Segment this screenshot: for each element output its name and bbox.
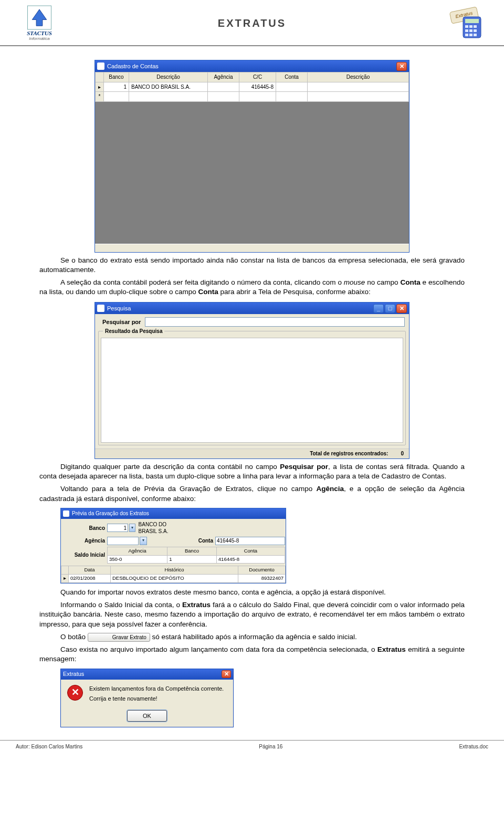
error-dialog: Extratus ✕ ✕ Existem lançamentos fora da… [60,669,234,728]
col-agencia: Agência [108,547,167,555]
cell-conta[interactable] [276,82,308,92]
window-previa: Prévia da Gravação dos Extratos Banco ▾ … [60,508,286,583]
row-indicator: ▸ [61,575,69,583]
svg-rect-13 [474,34,477,36]
agencia-select[interactable]: ▾ [107,537,186,545]
conta-label: Conta [188,537,213,545]
total-value: 0 [401,450,404,457]
paragraph: Digitando qualquer parte da descrição da… [39,462,465,481]
calculator-badge-icon: Extratus [441,6,488,40]
conta-input[interactable] [215,537,285,545]
window-titlebar[interactable]: Prévia da Gravação dos Extratos [61,508,286,519]
col-conta: Conta [216,547,285,555]
footer-author: Autor: Edison Carlos Martins [16,744,82,749]
svg-rect-4 [465,19,479,23]
dropdown-icon[interactable]: ▾ [129,524,135,532]
page-footer: Autor: Edison Carlos Martins Página 16 E… [0,740,504,760]
cell-data: 02/01/2008 [69,575,111,583]
cell-historico: DESBLOQUEIO DE DEPÓSITO [111,575,238,583]
grid-empty-area [95,102,409,244]
logo-subtext: Informática [29,36,50,41]
arrow-up-icon [27,5,52,30]
banco-desc: BANCO DO BRASIL S.A. [139,521,186,535]
banco-num-input[interactable] [107,524,128,532]
result-list[interactable] [101,338,403,443]
svg-rect-9 [469,29,472,32]
window-titlebar[interactable]: Pesquisa _ □ ✕ [95,303,409,314]
error-icon: ✕ [67,685,83,701]
cell-documento: 89322407 [238,575,286,583]
window-cadastro-contas: Cadastro de Contas ✕ Banco Descrição Agê… [94,60,410,253]
cell-banco[interactable]: 1 [104,82,129,92]
cell-conta: 416445-8 [216,555,285,564]
close-button[interactable]: ✕ [396,304,407,313]
dialog-message: Existem lançamentos fora da Competência … [89,685,224,703]
minimize-button[interactable]: _ [373,304,384,313]
app-icon [97,305,104,312]
agencia-label: Agência [64,537,105,545]
window-pesquisa: Pesquisa _ □ ✕ Pesquisar por Resultado d… [94,302,410,459]
agencia-input[interactable] [107,537,139,545]
logo-text: STACTUS [27,30,52,36]
row-indicator: ▸ [96,82,104,92]
cell-agencia[interactable] [208,82,239,92]
banco-select[interactable]: ▾ BANCO DO BRASIL S.A. [107,521,186,535]
col-descricao2[interactable]: Descrição [308,72,409,82]
col-conta[interactable]: Conta [276,72,308,82]
page-title: EXTRATUS [63,17,441,29]
close-button[interactable]: ✕ [222,670,231,678]
paragraph: A seleção da conta contábil poderá ser f… [39,278,465,297]
search-input[interactable] [145,317,405,327]
cell-descricao2[interactable] [308,82,409,92]
window-titlebar[interactable]: Extratus ✕ [61,669,233,680]
grid-footer [95,244,409,252]
result-groupbox: Resultado da Pesquisa [98,331,406,445]
window-title: Pesquisa [107,305,131,312]
dialog-button-row: OK [61,708,233,727]
table-row-new[interactable]: * [96,92,409,102]
paragraph: Informando o Saldo Inicial da conta, o E… [39,600,465,629]
total-label: Total de registros encontrados: [310,450,388,457]
svg-rect-10 [474,29,477,32]
extrato-data-grid[interactable]: Data Histórico Documento ▸ 02/01/2008 DE… [61,566,286,583]
search-label: Pesquisar por [102,318,141,326]
col-descricao[interactable]: Descrição [129,72,208,82]
agencia-dropdown-grid[interactable]: Agência Banco Conta 350-0 1 416445-8 [107,547,285,564]
window-body: Pesquisar por Resultado da Pesquisa Tota… [95,314,409,458]
paragraph: O botão Gravar Extrato só estará habilit… [39,632,465,642]
close-button[interactable]: ✕ [396,62,407,71]
window-body: Banco Descrição Agência C/C Conta Descri… [95,72,409,252]
footer-page: Página 16 [259,744,282,749]
col-banco: Banco [167,547,217,555]
cell-cc[interactable]: 416445-8 [239,82,276,92]
table-row[interactable]: ▸ 1 BANCO DO BRASIL S.A. 416445-8 [96,82,409,92]
app-icon [97,62,104,70]
svg-rect-8 [465,29,468,32]
window-title: Cadastro de Contas [107,62,159,70]
cell-agencia: 350-0 [108,555,167,564]
maximize-button[interactable]: □ [385,304,395,313]
dropdown-icon[interactable]: ▾ [140,537,147,545]
col-cc[interactable]: C/C [239,72,276,82]
footer-doc: Extratus.doc [459,744,488,749]
list-item[interactable]: 350-0 1 416445-8 [108,555,285,564]
logo-left: STACTUS Informática [16,5,63,41]
ok-button[interactable]: OK [127,710,167,722]
saldo-label: Saldo Inicial [64,551,105,559]
col-agencia[interactable]: Agência [208,72,239,82]
previa-form: Banco ▾ BANCO DO BRASIL S.A. Agência ▾ C… [61,519,286,566]
dialog-body: ✕ Existem lançamentos fora da Competênci… [61,680,233,708]
accounts-grid[interactable]: Banco Descrição Agência C/C Conta Descri… [95,72,409,102]
cell-descricao[interactable]: BANCO DO BRASIL S.A. [129,82,208,92]
result-footer: Total de registros encontrados: 0 [95,449,409,458]
table-row[interactable]: ▸ 02/01/2008 DESBLOQUEIO DE DEPÓSITO 893… [61,575,286,583]
window-titlebar[interactable]: Cadastro de Contas ✕ [95,60,409,72]
window-title: Prévia da Gravação dos Extratos [72,510,149,517]
svg-rect-12 [469,34,472,36]
paragraph: Voltando para a tela de Prévia da Gravaç… [39,484,465,503]
col-banco[interactable]: Banco [104,72,129,82]
svg-rect-6 [469,25,472,28]
dialog-title: Extratus [63,670,84,678]
col-historico: Histórico [111,566,238,575]
banco-label: Banco [64,525,105,532]
